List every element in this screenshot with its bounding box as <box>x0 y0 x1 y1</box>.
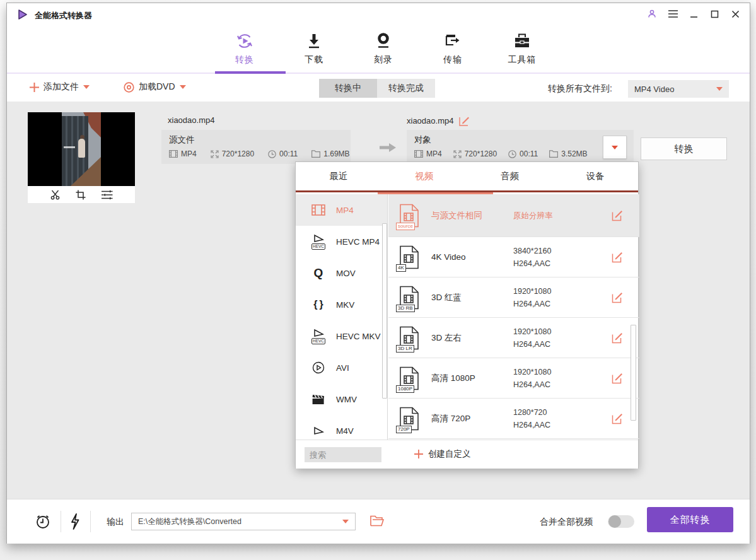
video-thumbnail[interactable] <box>28 112 135 186</box>
preset-row-3d-left-right[interactable]: 3D LR 3D 左右 1920*1080 H264,AAC <box>388 318 639 358</box>
duration-clock-icon <box>268 150 276 158</box>
thumbnail-toolbar <box>28 186 135 203</box>
main-nav: 转换 下载 刻录 传输 <box>7 26 750 74</box>
edit-preset-icon[interactable] <box>612 413 623 424</box>
tab-recent[interactable]: 最近 <box>296 162 381 190</box>
preset-list: source 与源文件相同 原始分辨率 4K <box>388 194 639 440</box>
tab-video[interactable]: 视频 <box>381 162 467 190</box>
format-item-mkv[interactable]: { } MKV <box>296 289 387 320</box>
format-item-mp4[interactable]: MP4 <box>296 194 387 226</box>
tab-audio[interactable]: 音频 <box>467 162 553 190</box>
preset-row-3d-red-blue[interactable]: 3D RB 3D 红蓝 1920*1080 H264,AAC <box>388 277 639 318</box>
tab-convert[interactable]: 转换 <box>210 30 279 66</box>
preset-doc-icon: 3D LR <box>398 326 420 350</box>
format-item-hevc-mp4[interactable]: HEVC HEVC MP4 <box>296 226 387 257</box>
preset-row-4k-video[interactable]: 4K 4K Video 3840*2160 H264,AAC <box>388 237 639 277</box>
m4v-play-icon <box>310 426 327 435</box>
convert-all-to-dropdown[interactable]: MP4 Video <box>628 80 729 98</box>
trim-scissors-icon[interactable] <box>50 189 61 200</box>
crop-icon[interactable] <box>76 190 86 200</box>
tab-device[interactable]: 设备 <box>552 162 638 190</box>
create-custom-button[interactable]: 创建自定义 <box>414 448 471 460</box>
titlebar: 全能格式转换器 <box>7 3 750 26</box>
open-output-folder-icon[interactable] <box>370 515 384 527</box>
search-input[interactable] <box>305 447 381 462</box>
minimize-icon[interactable] <box>688 8 699 20</box>
edit-preset-icon[interactable] <box>612 332 623 344</box>
tab-transfer[interactable]: 传输 <box>418 30 487 66</box>
chevron-down-icon <box>83 85 90 89</box>
preset-list-scrollbar[interactable] <box>631 325 636 421</box>
film-icon <box>414 150 423 158</box>
convert-all-to-label: 转换所有文件到: <box>548 83 612 95</box>
plus-icon <box>414 450 423 458</box>
format-item-hevc-mkv[interactable]: HEVC HEVC MKV <box>296 320 387 352</box>
source-info-panel: 源文件 MP4 720*1280 00:11 1.69MB <box>161 130 351 164</box>
bottom-bar: 输出 E:\全能格式转换器\Converted 合并全部视频 全部转换 <box>7 499 750 544</box>
tab-toolbox[interactable]: 工具箱 <box>487 30 557 66</box>
preset-row-hd-720p[interactable]: 720P 高清 720P 1280*720 H264,AAC <box>388 399 639 439</box>
edit-preset-icon[interactable] <box>612 373 623 384</box>
maximize-icon[interactable] <box>709 8 720 20</box>
format-item-m4v[interactable]: M4V <box>296 415 387 440</box>
output-path-value: E:\全能格式转换器\Converted <box>138 516 241 527</box>
target-format-dropdown-button[interactable] <box>603 136 627 159</box>
account-icon[interactable] <box>646 8 658 20</box>
format-item-wmv[interactable]: WMV <box>296 383 387 415</box>
preset-doc-icon: 1080P <box>398 366 420 390</box>
file-size-folder-icon <box>311 150 320 158</box>
toggle-knob <box>608 515 621 528</box>
divider <box>61 511 61 532</box>
file-size-folder-icon <box>549 150 558 158</box>
target-file-name: xiaodao.mp4 <box>407 116 453 125</box>
format-selector-panel: 最近 视频 音频 设备 MP4 HEVC <box>295 161 639 469</box>
convert-row-button[interactable]: 转换 <box>641 137 727 160</box>
preset-row-hd-1080p[interactable]: 1080P 高清 1080P 1920*1080 H264,AAC <box>388 358 639 399</box>
source-file-doc-icon: source <box>398 204 420 228</box>
convert-all-button[interactable]: 全部转换 <box>647 507 733 532</box>
edit-preset-icon[interactable] <box>612 210 623 221</box>
chevron-down-icon <box>612 146 618 149</box>
avi-play-circle-icon <box>310 361 327 374</box>
app-title: 全能格式转换器 <box>35 10 92 21</box>
dvd-icon <box>124 82 134 93</box>
format-list: MP4 HEVC HEVC MP4 Q MOV { } MKV <box>296 194 388 440</box>
tab-converted[interactable]: 转换完成 <box>377 79 435 98</box>
tab-converting[interactable]: 转换中 <box>319 79 377 98</box>
rename-edit-icon[interactable] <box>459 115 470 126</box>
close-icon[interactable] <box>730 8 741 20</box>
toolbar: 添加文件 加载DVD 转换中 转换完成 转换所有文件到: MP4 Video <box>7 74 750 102</box>
active-tab-highlight <box>378 192 493 194</box>
menu-icon[interactable] <box>667 8 678 20</box>
schedule-alarm-icon[interactable] <box>35 513 51 530</box>
format-item-avi[interactable]: AVI <box>296 352 387 383</box>
tab-download[interactable]: 下载 <box>279 30 349 66</box>
tab-burn[interactable]: 刻录 <box>349 30 418 66</box>
source-file-name: xiaodao.mp4 <box>168 115 214 125</box>
source-to-target-arrow-icon <box>379 142 397 153</box>
preset-doc-icon: 3D RB <box>398 286 420 310</box>
high-speed-lightning-icon[interactable] <box>70 513 80 530</box>
output-path-dropdown[interactable]: E:\全能格式转换器\Converted <box>131 513 356 530</box>
format-panel-footer: 创建自定义 <box>296 440 638 469</box>
chevron-down-icon <box>342 520 349 523</box>
edit-preset-icon[interactable] <box>612 292 623 303</box>
resolution-icon <box>211 150 219 158</box>
burn-icon <box>376 32 391 50</box>
load-dvd-button[interactable]: 加载DVD <box>124 81 186 93</box>
format-item-mov[interactable]: Q MOV <box>296 257 387 289</box>
format-list-scrollbar[interactable] <box>382 223 387 399</box>
edit-preset-icon[interactable] <box>612 252 623 263</box>
format-panel-tabs: 最近 视频 音频 设备 <box>296 162 638 192</box>
preset-doc-icon: 4K <box>398 245 420 269</box>
video-frame <box>62 112 101 186</box>
convert-icon <box>236 32 253 50</box>
effects-sliders-icon[interactable] <box>101 190 113 200</box>
app-logo-icon <box>17 9 28 20</box>
add-file-button[interactable]: 添加文件 <box>30 81 90 93</box>
merge-all-videos-toggle[interactable] <box>608 515 634 528</box>
matroska-icon: { } <box>310 299 327 310</box>
file-list-area: xiaodao.mp4 源文件 MP4 720*1280 00:11 1.69M… <box>7 102 750 499</box>
preset-row-same-as-source[interactable]: source 与源文件相同 原始分辨率 <box>388 194 639 237</box>
output-label: 输出 <box>107 516 124 528</box>
